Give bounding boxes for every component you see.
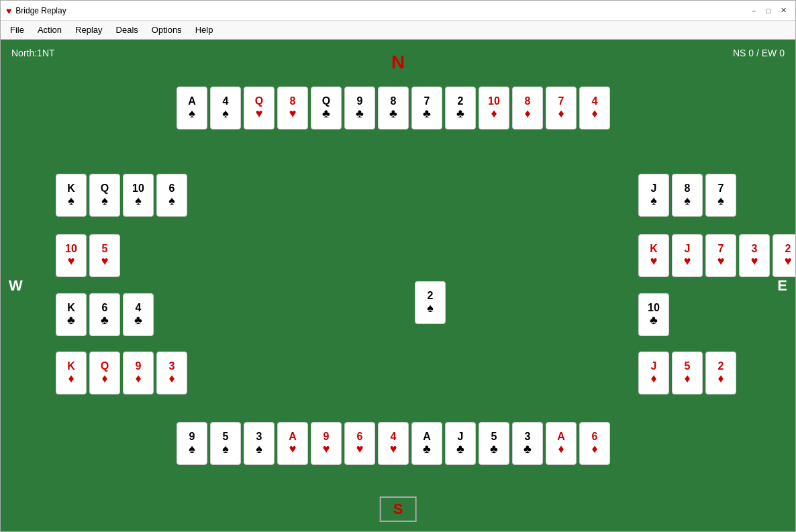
menu-action[interactable]: Action (31, 22, 68, 38)
menu-file[interactable]: File (3, 22, 31, 38)
title-bar: ♥ Bridge Replay − □ ✕ (1, 1, 795, 21)
card[interactable]: 4♥ (378, 422, 409, 465)
menu-bar: File Action Replay Deals Options Help (1, 21, 795, 40)
card[interactable]: K♦ (56, 352, 87, 394)
card[interactable]: 5♥ (89, 234, 120, 277)
card[interactable]: J♦ (638, 352, 669, 394)
card[interactable]: 3♣ (512, 422, 543, 465)
card[interactable]: 2♠ (415, 281, 446, 324)
close-button[interactable]: ✕ (777, 4, 790, 17)
card[interactable]: 9♣ (344, 87, 375, 129)
card[interactable]: Q♠ (89, 174, 120, 217)
card[interactable]: 10♠ (123, 174, 154, 217)
card[interactable]: A♣ (411, 422, 442, 465)
card[interactable]: 6♥ (344, 422, 375, 465)
card[interactable]: 9♠ (177, 422, 207, 465)
card[interactable]: 3♠ (244, 422, 275, 465)
card[interactable]: 2♥ (773, 234, 795, 277)
card[interactable]: 2♦ (705, 352, 736, 394)
north-label: N (391, 52, 405, 73)
card[interactable]: 3♥ (739, 234, 770, 277)
card[interactable]: Q♣ (311, 87, 342, 129)
menu-deals[interactable]: Deals (109, 22, 145, 38)
card[interactable]: K♥ (638, 234, 669, 277)
game-area: North:1NT NS 0 / EW 0 N W E S A♠4♠Q♥8♥Q♣… (1, 40, 795, 531)
east-label: E (777, 277, 787, 295)
card[interactable]: J♥ (672, 234, 703, 277)
card[interactable]: 8♣ (378, 87, 409, 129)
menu-options[interactable]: Options (145, 22, 189, 38)
main-window: ♥ Bridge Replay − □ ✕ File Action Replay… (0, 0, 796, 532)
title-bar-controls: − □ ✕ (747, 4, 790, 17)
card[interactable]: 8♥ (277, 87, 308, 129)
card[interactable]: 9♦ (123, 352, 154, 394)
card[interactable]: J♣ (445, 422, 476, 465)
card[interactable]: 5♣ (479, 422, 509, 465)
card[interactable]: 4♦ (579, 87, 610, 129)
menu-help[interactable]: Help (189, 22, 220, 38)
card[interactable]: Q♦ (89, 352, 120, 394)
card[interactable]: Q♥ (244, 87, 275, 129)
contract-label: North:1NT (11, 48, 55, 58)
card[interactable]: 2♣ (445, 87, 476, 129)
card[interactable]: 8♦ (512, 87, 543, 129)
card[interactable]: 4♠ (210, 87, 241, 129)
card[interactable]: 10♣ (638, 293, 669, 336)
card[interactable]: 4♣ (123, 293, 154, 336)
card[interactable]: J♠ (638, 174, 669, 217)
card[interactable]: 7♥ (705, 234, 736, 277)
title-heart-icon: ♥ (6, 5, 11, 16)
card[interactable]: K♣ (56, 293, 87, 336)
card[interactable]: 9♥ (311, 422, 342, 465)
card[interactable]: A♥ (277, 422, 308, 465)
card[interactable]: 7♣ (411, 87, 442, 129)
west-label: W (9, 277, 23, 295)
menu-replay[interactable]: Replay (68, 22, 109, 38)
card[interactable]: 10♦ (479, 87, 509, 129)
card[interactable]: 10♥ (56, 234, 87, 277)
minimize-button[interactable]: − (747, 4, 760, 17)
card[interactable]: 6♠ (156, 174, 187, 217)
card[interactable]: 6♦ (579, 422, 610, 465)
card[interactable]: 6♣ (89, 293, 120, 336)
card[interactable]: 5♦ (672, 352, 703, 394)
south-indicator: S (380, 496, 417, 522)
maximize-button[interactable]: □ (762, 4, 775, 17)
title-bar-left: ♥ Bridge Replay (6, 5, 66, 16)
card[interactable]: 7♦ (546, 87, 577, 129)
card[interactable]: 7♠ (705, 174, 736, 217)
card[interactable]: A♠ (177, 87, 207, 129)
card[interactable]: 3♦ (156, 352, 187, 394)
card[interactable]: A♦ (546, 422, 577, 465)
card[interactable]: 5♠ (210, 422, 241, 465)
title-text: Bridge Replay (15, 6, 66, 15)
score-label: NS 0 / EW 0 (733, 48, 785, 58)
card[interactable]: 8♠ (672, 174, 703, 217)
card[interactable]: K♠ (56, 174, 87, 217)
